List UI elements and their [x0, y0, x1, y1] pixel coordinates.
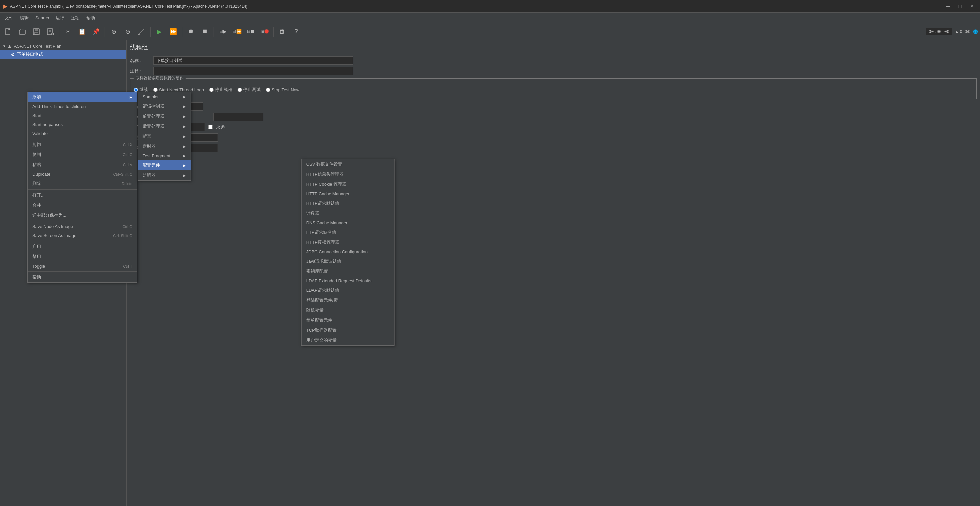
sub2-http-auth[interactable]: HTTP授权管理器 — [302, 237, 394, 247]
ctx-think-times[interactable]: Add Think Times to children — [28, 102, 137, 111]
sub2-http-defaults[interactable]: HTTP请求默认值 — [302, 198, 394, 208]
menu-run[interactable]: 运行 — [52, 14, 68, 22]
radio-stop-thread[interactable]: 停止线程 — [209, 87, 232, 93]
help-btn[interactable]: ? — [290, 25, 302, 38]
ctx-save-node-image[interactable]: Save Node As Image Ctrl-G — [28, 222, 137, 231]
ctx-start-no-pauses[interactable]: Start no pauses — [28, 120, 137, 129]
stop-btn[interactable]: ⏺ — [185, 25, 197, 38]
sub1-logic[interactable]: 逻辑控制器 ▶ — [138, 101, 191, 111]
sub1-listener[interactable]: 监听器 ▶ — [138, 170, 191, 180]
sub1-sampler[interactable]: Sampler ▶ — [138, 92, 191, 101]
radio-next-thread-input[interactable] — [153, 88, 158, 92]
loop-forever-checkbox[interactable] — [208, 125, 213, 129]
sub2-csv[interactable]: CSV 数据文件设置 — [302, 159, 394, 169]
sub2-dns-cache[interactable]: DNS Cache Manager — [302, 218, 394, 228]
ctx-save-node-image-label: Save Node As Image — [32, 224, 73, 229]
stop-all-btn[interactable]: ⏹ — [199, 25, 211, 38]
comment-input[interactable] — [153, 67, 353, 75]
sub1-config[interactable]: 配置元件 ▶ — [138, 160, 191, 170]
sub2-http-header[interactable]: HTTP信息头管理器 — [302, 169, 394, 179]
ctx-save-screen-image[interactable]: Save Screen As Image Ctrl+Shift-G — [28, 231, 137, 240]
ctx-open[interactable]: 打开... — [28, 190, 137, 200]
radio-stop-test-input[interactable] — [238, 88, 242, 92]
remote-start-all-btn[interactable]: 🖥⏩ — [230, 25, 243, 38]
sub1-post-processor[interactable]: 后置处理器 ▶ — [138, 121, 191, 131]
sub1-listener-arrow: ▶ — [183, 173, 186, 177]
radio-continue-input[interactable] — [134, 88, 138, 92]
sub2-counter[interactable]: 计数器 — [302, 208, 394, 218]
menu-help[interactable]: 帮助 — [83, 14, 98, 22]
sub2-ldap-extended[interactable]: LDAP Extended Request Defaults — [302, 276, 394, 285]
ctx-validate[interactable]: Validate — [28, 129, 137, 138]
ctx-duplicate[interactable]: Duplicate Ctrl+Shift-C — [28, 170, 137, 179]
sub2-login-config[interactable]: 登陆配置元件/素 — [302, 295, 394, 306]
panel-title: 线程组 — [130, 43, 977, 53]
sub2-jdbc[interactable]: JDBC Connection Configuration — [302, 247, 394, 256]
sub2-cache[interactable]: HTTP Cache Manager — [302, 189, 394, 198]
tree-child-thread-group[interactable]: ⚙ 下单接口测试 — [0, 50, 126, 59]
sub2-java-defaults[interactable]: Java请求默认认值 — [302, 256, 394, 266]
ctx-delete[interactable]: 删除 Delete — [28, 179, 137, 189]
remote-stop-all-btn[interactable]: 🖥🛑 — [258, 25, 271, 38]
sub2-cookie[interactable]: HTTP Cookie 管理器 — [302, 179, 394, 189]
ctx-help[interactable]: 帮助 — [28, 272, 137, 282]
cut-btn[interactable]: ✂ — [62, 25, 74, 38]
ctx-start[interactable]: Start — [28, 111, 137, 120]
radio-stop-thread-input[interactable] — [209, 88, 213, 92]
clear-btn[interactable]: 🗑 — [276, 25, 289, 38]
maximize-button[interactable]: □ — [955, 2, 965, 11]
sub1-test-fragment[interactable]: Test Fragment ▶ — [138, 151, 191, 160]
sub2-ldap-defaults[interactable]: LDAP请求默认值 — [302, 285, 394, 295]
ramp-up-input[interactable] — [213, 113, 263, 121]
remote-stop-btn[interactable]: 🖥⏹ — [244, 25, 257, 38]
remote-start-btn[interactable]: 🖥▶ — [216, 25, 229, 38]
close-button[interactable]: ✕ — [967, 2, 977, 11]
menu-options[interactable]: 送项 — [68, 14, 83, 22]
run-no-pause-btn[interactable]: ⏩ — [167, 25, 180, 38]
sub2-keystore[interactable]: 密钥库配置 — [302, 266, 394, 276]
tree-root[interactable]: ▼ ▲ ASP.NET Core Test Plan — [0, 42, 126, 50]
radio-stop-test-now-input[interactable] — [266, 88, 270, 92]
ctx-toggle-label: Toggle — [32, 264, 45, 269]
ctx-add[interactable]: 添加 ▶ — [28, 92, 137, 102]
menu-search[interactable]: Search — [32, 14, 52, 22]
collapse-btn[interactable]: ⊖ — [121, 25, 134, 38]
paste-btn[interactable]: 📌 — [90, 25, 102, 38]
ctx-cut[interactable]: 剪切 Ctrl-X — [28, 140, 137, 150]
ctx-disable[interactable]: 禁用 — [28, 251, 137, 262]
ctx-copy[interactable]: 复制 Ctrl-C — [28, 150, 137, 160]
sub2-simple-config[interactable]: 简单配置元件 — [302, 315, 394, 325]
ctx-save-selected[interactable]: 送中部分保存为... — [28, 210, 137, 220]
new-btn[interactable] — [2, 25, 15, 38]
submenu-config: CSV 数据文件设置 HTTP信息头管理器 HTTP Cookie 管理器 HT… — [301, 159, 395, 346]
expand-btn[interactable]: ⊕ — [107, 25, 120, 38]
sub2-random-var[interactable]: 随机变量 — [302, 306, 394, 315]
sub1-pre-processor[interactable]: 前置处理器 ▶ — [138, 111, 191, 121]
ctx-start-no-pauses-label: Start no pauses — [32, 122, 63, 127]
sub1-assertion[interactable]: 断言 ▶ — [138, 131, 191, 141]
sub1-timer[interactable]: 定时器 ▶ — [138, 141, 191, 151]
radio-next-thread[interactable]: Start Next Thread Loop — [153, 88, 204, 92]
copy-btn[interactable]: 📋 — [76, 25, 88, 38]
sub2-user-vars[interactable]: 用户定义的变量 — [302, 335, 394, 345]
draw-btn[interactable] — [135, 25, 148, 38]
ctx-paste[interactable]: 粘贴 Ctrl-V — [28, 160, 137, 170]
menu-edit[interactable]: 编辑 — [17, 14, 32, 22]
thread-group-icon: ⚙ — [11, 52, 15, 57]
run-btn[interactable]: ▶ — [153, 25, 165, 38]
comment-row: 注释： — [130, 67, 977, 75]
open-btn[interactable] — [16, 25, 29, 38]
sub2-tcp-config[interactable]: TCP取样器配置 — [302, 325, 394, 335]
menu-file[interactable]: 文件 — [2, 14, 17, 22]
name-input[interactable] — [153, 56, 353, 65]
save-as-btn[interactable] — [44, 25, 57, 38]
save-btn[interactable] — [30, 25, 43, 38]
ctx-enable[interactable]: 启用 — [28, 242, 137, 251]
sub2-ftp-defaults[interactable]: FTP请求缺省值 — [302, 228, 394, 237]
ctx-merge[interactable]: 合并 — [28, 200, 137, 210]
minimize-button[interactable]: ─ — [943, 2, 953, 11]
timer-display: 00:00:00 — [926, 28, 952, 35]
ctx-toggle[interactable]: Toggle Ctrl-T — [28, 262, 137, 271]
radio-stop-test[interactable]: 停止测试 — [238, 87, 261, 93]
radio-stop-test-now[interactable]: Stop Test Now — [266, 88, 299, 92]
